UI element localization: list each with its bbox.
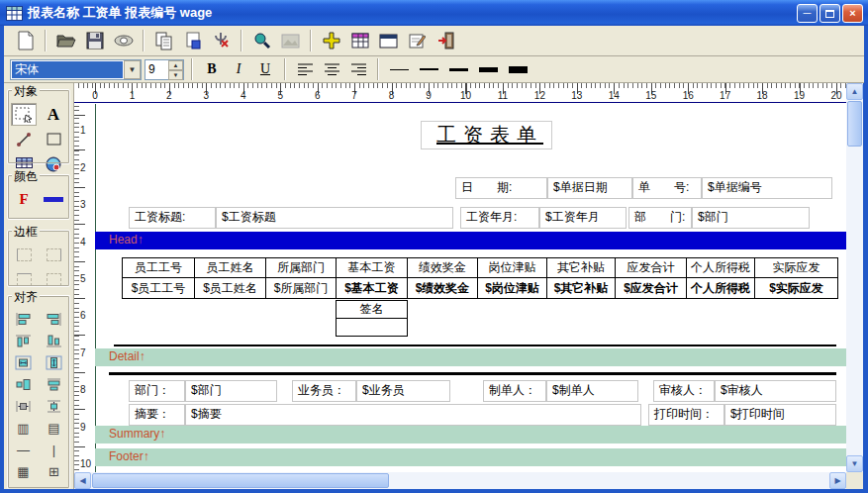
wage-table-header-cell[interactable]: 岗位津贴 xyxy=(478,258,547,278)
open-button[interactable] xyxy=(52,28,79,53)
vertical-scrollbar[interactable]: ▲ ▼ xyxy=(846,83,863,472)
wage-table[interactable]: 员工工号员工姓名所属部门基本工资绩效奖金岗位津贴其它补贴应发合计个人所得税实际应… xyxy=(122,257,838,299)
wage-table-value-cell[interactable]: $所属部门 xyxy=(266,278,337,299)
detail-top-line[interactable] xyxy=(114,345,836,346)
table-setup-button[interactable] xyxy=(346,28,373,53)
line-tool-button[interactable] xyxy=(11,128,37,150)
select-tool-button[interactable] xyxy=(11,103,37,126)
align-top-objects-button[interactable] xyxy=(11,330,37,351)
font-size-stepper[interactable]: 9 ▲▼ xyxy=(145,59,184,80)
wage-table-value-cell[interactable]: $应发合计 xyxy=(616,278,687,299)
text-tool-button[interactable]: A xyxy=(41,103,66,126)
dept-value-field[interactable]: $部门 xyxy=(692,207,810,229)
wage-table-value-cell[interactable]: $基本工资 xyxy=(337,278,408,299)
vertical-scroll-thumb[interactable] xyxy=(847,101,862,147)
bold-button[interactable]: B xyxy=(200,58,224,80)
space-vertical-button[interactable] xyxy=(42,395,67,417)
wage-title-value-field[interactable]: $工资标题 xyxy=(216,207,453,229)
footer-maker-value-field[interactable]: $制单人 xyxy=(546,380,638,402)
align-left-objects-button[interactable] xyxy=(11,308,37,330)
wage-table-value-cell[interactable]: $员工工号 xyxy=(123,278,195,299)
space-horizontal-button[interactable] xyxy=(11,395,37,417)
wage-table-header-cell[interactable]: 基本工资 xyxy=(337,258,408,278)
footer-dept-label-field[interactable]: 部门： xyxy=(129,380,185,402)
horizontal-scroll-thumb[interactable] xyxy=(92,473,389,488)
grid-button[interactable]: ▦ xyxy=(11,460,37,482)
footer-print-time-value-field[interactable]: $打印时间 xyxy=(724,404,836,426)
line-width-4-button[interactable] xyxy=(475,58,502,80)
table-rows-button[interactable]: ▤ xyxy=(42,417,67,439)
dept-label-field[interactable]: 部 门: xyxy=(628,207,692,229)
date-label-field[interactable]: 日 期: xyxy=(455,177,547,199)
wage-table-header-cell[interactable]: 个人所得税 xyxy=(687,258,755,278)
line-width-3-button[interactable] xyxy=(445,58,472,80)
copy-button[interactable] xyxy=(150,28,177,53)
border-right-button[interactable] xyxy=(41,244,66,266)
sign-empty-cell[interactable] xyxy=(336,318,408,337)
wage-month-label-field[interactable]: 工资年月: xyxy=(460,207,539,229)
wage-table-value-cell[interactable]: $岗位津贴 xyxy=(478,278,547,299)
align-center-button[interactable] xyxy=(320,58,343,80)
border-top-button[interactable] xyxy=(11,268,37,291)
footer-memo-value-field[interactable]: $摘要 xyxy=(185,404,641,426)
new-button[interactable] xyxy=(12,28,39,53)
footer-print-time-label-field[interactable]: 打印时间： xyxy=(648,404,724,426)
wage-table-value-cell[interactable]: $实际应发 xyxy=(755,278,838,299)
delete-object-button[interactable] xyxy=(208,28,235,53)
footer-maker-label-field[interactable]: 制单人： xyxy=(483,380,546,402)
wage-table-value-cell[interactable]: 个人所得税 xyxy=(687,278,755,299)
align-right-objects-button[interactable] xyxy=(42,308,67,330)
center-vertical-button[interactable] xyxy=(42,351,67,373)
line-color-button[interactable] xyxy=(41,188,66,211)
line-width-1-button[interactable] xyxy=(386,58,413,80)
wage-table-value-cell[interactable]: $员工姓名 xyxy=(195,278,266,299)
spin-down-icon[interactable]: ▼ xyxy=(168,70,183,80)
footer-checker-label-field[interactable]: 审核人： xyxy=(653,380,715,402)
find-button[interactable] xyxy=(248,28,275,53)
horizontal-scrollbar[interactable]: ◀ ▶ xyxy=(74,472,846,489)
align-bottom-objects-button[interactable] xyxy=(42,330,67,351)
band-footer[interactable]: Footer↑ xyxy=(95,448,846,466)
italic-button[interactable]: I xyxy=(227,58,250,80)
no-value-field[interactable]: $单据编号 xyxy=(702,177,832,199)
scroll-left-icon[interactable]: ◀ xyxy=(74,472,91,489)
form-button[interactable] xyxy=(404,28,431,53)
sign-cell[interactable]: 签名 xyxy=(336,300,408,319)
grid-frame-button[interactable]: ⊞ xyxy=(42,460,67,482)
rectangle-tool-button[interactable] xyxy=(41,128,66,150)
design-canvas[interactable]: 01234567891011121314151617181920 1234567… xyxy=(74,83,846,472)
wage-table-header-cell[interactable]: 所属部门 xyxy=(266,258,337,278)
wage-table-header-cell[interactable]: 绩效奖金 xyxy=(408,258,478,278)
font-color-button[interactable]: F xyxy=(11,188,37,211)
preview-button[interactable] xyxy=(110,28,137,53)
border-left-button[interactable] xyxy=(11,244,37,266)
maximize-button[interactable] xyxy=(820,4,840,23)
chevron-down-icon[interactable]: ▼ xyxy=(124,60,141,79)
footer-memo-label-field[interactable]: 摘要： xyxy=(129,404,185,426)
wage-table-header-cell[interactable]: 实际应发 xyxy=(755,258,838,278)
font-family-select[interactable]: 宋体 ▼ xyxy=(10,59,142,80)
footer-salesman-label-field[interactable]: 业务员： xyxy=(292,380,356,402)
no-label-field[interactable]: 单 号: xyxy=(632,177,702,199)
horizontal-line-button[interactable]: — xyxy=(11,439,37,460)
align-left-button[interactable] xyxy=(293,58,317,80)
picture-button[interactable] xyxy=(277,28,304,53)
wage-table-header-cell[interactable]: 应发合计 xyxy=(616,258,687,278)
wage-table-header-cell[interactable]: 其它补贴 xyxy=(547,258,616,278)
footer-checker-value-field[interactable]: $审核人 xyxy=(715,380,836,402)
window-button[interactable] xyxy=(375,28,402,53)
exit-button[interactable] xyxy=(433,28,459,53)
date-value-field[interactable]: $单据日期 xyxy=(547,177,632,199)
wage-title-label-field[interactable]: 工资标题: xyxy=(129,207,216,229)
scroll-down-icon[interactable]: ▼ xyxy=(846,455,863,472)
center-horizontal-button[interactable] xyxy=(11,351,37,373)
insert-field-button[interactable] xyxy=(179,28,206,53)
minimize-button[interactable]: ─ xyxy=(797,4,818,23)
wage-table-value-cell[interactable]: $绩效奖金 xyxy=(408,278,478,299)
scroll-up-icon[interactable]: ▲ xyxy=(846,83,863,100)
save-button[interactable] xyxy=(81,28,108,53)
close-button[interactable]: × xyxy=(842,4,863,23)
same-size-button[interactable] xyxy=(11,373,37,395)
align-right-button[interactable] xyxy=(346,58,370,80)
band-summary[interactable]: Summary↑ xyxy=(95,426,846,444)
